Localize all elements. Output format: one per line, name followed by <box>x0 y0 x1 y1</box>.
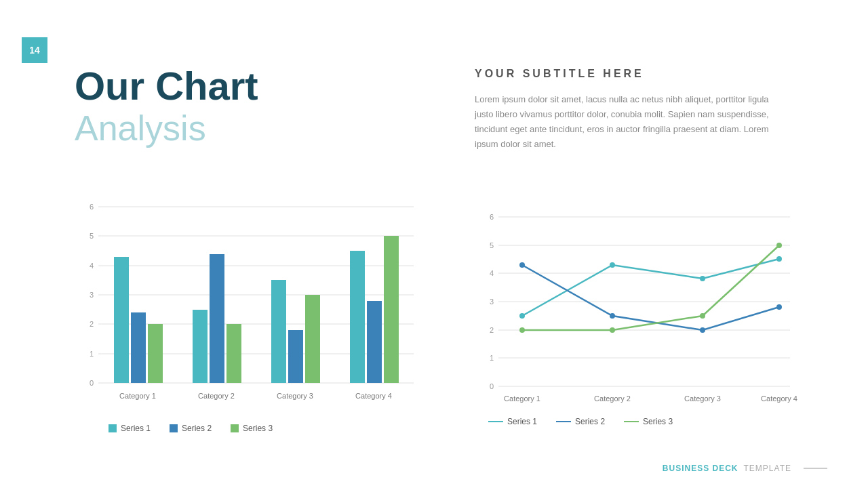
bar <box>114 257 129 383</box>
svg-text:Category 2: Category 2 <box>594 394 631 403</box>
bar-chart-container: 6 5 4 3 2 1 0 Category 1 Category 2 <box>68 200 427 417</box>
line-chart-svg: 6 5 4 3 2 1 0 Category 1 Category 2 Cate <box>468 210 800 407</box>
dot <box>776 304 782 310</box>
bar <box>148 324 163 383</box>
bar <box>288 330 303 383</box>
svg-text:4: 4 <box>90 262 94 270</box>
svg-text:6: 6 <box>90 203 94 211</box>
bar-chart-svg: 6 5 4 3 2 1 0 Category 1 Category 2 <box>68 200 427 410</box>
legend-series3: Series 3 <box>231 424 273 433</box>
right-section: YOUR SUBTITLE HERE Lorem ipsum dolor sit… <box>475 68 780 152</box>
title-main: Our Chart <box>75 64 258 108</box>
line-legend-series2: Series 2 <box>556 417 605 426</box>
svg-text:Category 2: Category 2 <box>198 392 235 400</box>
dot <box>700 276 705 281</box>
svg-text:1: 1 <box>90 350 94 358</box>
dot <box>700 327 705 333</box>
legend-label-series3: Series 3 <box>243 424 273 433</box>
legend-line-series2 <box>556 421 571 422</box>
legend-box-series3 <box>231 424 239 432</box>
dot <box>610 327 615 333</box>
svg-text:5: 5 <box>90 232 94 240</box>
line-series3 <box>522 245 779 330</box>
svg-text:0: 0 <box>490 382 494 390</box>
svg-text:Category 3: Category 3 <box>684 394 721 403</box>
dot <box>610 262 615 268</box>
legend-line-series1 <box>488 421 503 422</box>
legend-box-series2 <box>170 424 178 432</box>
subtitle-heading: YOUR SUBTITLE HERE <box>475 68 780 80</box>
legend-label-series2: Series 2 <box>182 424 212 433</box>
svg-text:6: 6 <box>490 213 494 221</box>
dot <box>776 243 782 248</box>
footer-line <box>804 468 827 469</box>
footer-brand: BUSINESS DECK <box>663 464 738 473</box>
dot <box>776 256 782 262</box>
svg-text:3: 3 <box>90 291 94 299</box>
svg-text:Category 1: Category 1 <box>119 392 156 400</box>
bar <box>305 295 320 383</box>
footer: BUSINESS DECK TEMPLATE <box>663 464 827 473</box>
svg-text:1: 1 <box>490 354 494 362</box>
legend-label-line-series3: Series 3 <box>643 417 673 426</box>
legend-box-series1 <box>108 424 117 432</box>
dot <box>519 327 525 333</box>
bar <box>367 301 382 383</box>
line-chart-container: 6 5 4 3 2 1 0 Category 1 Category 2 Cate <box>468 210 800 413</box>
svg-text:2: 2 <box>90 320 94 328</box>
dot <box>610 313 615 319</box>
line-chart-legend: Series 1 Series 2 Series 3 <box>488 417 673 426</box>
legend-series1: Series 1 <box>108 424 151 433</box>
svg-text:Category 1: Category 1 <box>504 394 540 403</box>
bar <box>193 310 208 383</box>
legend-label-series1: Series 1 <box>121 424 151 433</box>
svg-text:2: 2 <box>490 326 494 334</box>
line-legend-series1: Series 1 <box>488 417 537 426</box>
dot <box>700 313 705 319</box>
bar <box>131 312 146 383</box>
legend-series2: Series 2 <box>170 424 212 433</box>
legend-line-series3 <box>624 421 639 422</box>
line-legend-series3: Series 3 <box>624 417 673 426</box>
bar-chart-legend: Series 1 Series 2 Series 3 <box>108 424 273 433</box>
svg-text:0: 0 <box>90 379 94 387</box>
svg-text:5: 5 <box>490 241 494 249</box>
title-sub: Analysis <box>75 109 258 148</box>
svg-text:3: 3 <box>490 298 494 306</box>
legend-label-line-series1: Series 1 <box>507 417 537 426</box>
slide-number: 14 <box>22 37 47 63</box>
legend-label-line-series2: Series 2 <box>575 417 605 426</box>
svg-text:Category 4: Category 4 <box>355 392 392 400</box>
bar <box>226 324 241 383</box>
dot <box>519 262 525 268</box>
title-section: Our Chart Analysis <box>75 64 258 148</box>
svg-text:Category 3: Category 3 <box>277 392 313 400</box>
footer-template: TEMPLATE <box>744 464 791 473</box>
bar <box>384 236 399 383</box>
bar <box>271 280 286 383</box>
line-series2 <box>522 265 779 330</box>
svg-text:4: 4 <box>490 269 494 277</box>
subtitle-body: Lorem ipsum dolor sit amet, lacus nulla … <box>475 92 780 152</box>
bar <box>210 254 224 383</box>
dot <box>519 313 525 319</box>
svg-text:Category 4: Category 4 <box>761 394 797 403</box>
bar <box>350 251 365 383</box>
